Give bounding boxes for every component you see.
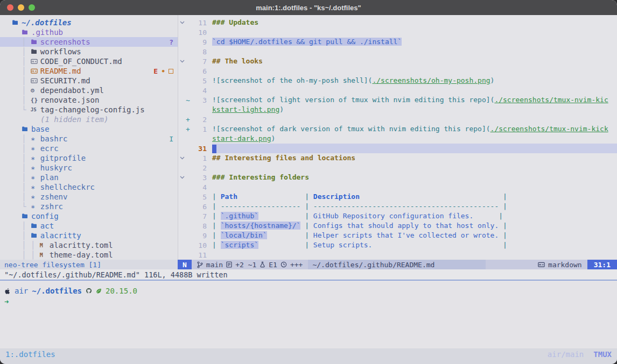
line-number: 11 bbox=[193, 19, 207, 27]
tmux-bottom-pane[interactable]: air~/.dotfiles20.15.0 ➜ bbox=[0, 280, 617, 348]
line-text: ![screenshot of the oh-my-posh shell](./… bbox=[212, 76, 617, 85]
tree-item-config[interactable]: config bbox=[0, 211, 178, 221]
editor-line[interactable]: 7## The looks bbox=[178, 56, 617, 66]
tree-item--dotfiles[interactable]: ~/.dotfiles bbox=[0, 18, 178, 27]
editor-line[interactable]: 11### Updates bbox=[178, 18, 617, 27]
tree-item-label: ecrc bbox=[40, 144, 59, 153]
fold-column[interactable] bbox=[178, 176, 186, 179]
tree-item-alacritty[interactable]: │ alacritty bbox=[0, 231, 178, 240]
tree-item-label: config bbox=[31, 212, 59, 220]
editor-line[interactable]: start-dark.png) bbox=[178, 134, 617, 144]
tree-item-label: zshrc bbox=[40, 202, 63, 211]
tmux-top-pane: ~/.dotfiles.github│ screenshots?│ workfl… bbox=[0, 15, 617, 260]
editor-line[interactable]: 31 bbox=[178, 144, 617, 153]
tree-item-tag-changelog-config-js[interactable]: └ JStag-changelog-config.js bbox=[0, 105, 178, 115]
line-text: | `scripts` | Setup scripts. | bbox=[212, 240, 617, 250]
tree-item-code-of-conduct-md[interactable]: │ CODE_OF_CONDUCT.md bbox=[0, 56, 178, 66]
tree-item-theme-day-toml[interactable]: │ │ Mtheme-day.toml bbox=[0, 250, 178, 260]
editor-buffer[interactable]: 11### Updates109`cd $HOME/.dotfiles && g… bbox=[178, 15, 617, 260]
editor-line[interactable]: 4 bbox=[178, 182, 617, 192]
editor-line[interactable]: +2 bbox=[178, 115, 617, 124]
line-number: 6 bbox=[193, 67, 207, 75]
fold-column[interactable] bbox=[178, 21, 186, 24]
file-icon bbox=[31, 68, 40, 74]
tree-item-security-md[interactable]: │ SECURITY.md bbox=[0, 76, 178, 85]
editor-line[interactable]: 11 bbox=[178, 250, 617, 260]
editor-line[interactable]: 7| `.github` | GitHub Repository configu… bbox=[178, 211, 617, 221]
sign-column: + bbox=[186, 116, 193, 124]
editor-line[interactable]: 5| Path | Description | bbox=[178, 192, 617, 202]
indent-guide: │ bbox=[22, 47, 31, 56]
status-strip: neo-tree filesystem [1] N main+2 ~1E1+++… bbox=[0, 260, 617, 269]
tree-item--1-hidden-item-[interactable]: (1 hidden item) bbox=[0, 115, 178, 124]
tree-item-bashrc[interactable]: │ ∗bashrcI bbox=[0, 134, 178, 144]
line-text: ### Updates bbox=[212, 18, 617, 27]
github-icon bbox=[86, 288, 92, 294]
tree-item-huskyrc[interactable]: │ ∗huskyrc bbox=[0, 163, 178, 173]
sign-column: ~ bbox=[186, 96, 193, 104]
tree-item-label: gitprofile bbox=[40, 154, 86, 162]
editor-line[interactable]: 10 bbox=[178, 27, 617, 37]
file-icon: {} bbox=[31, 97, 40, 104]
editor-line[interactable]: +1![screenshot of dark version of tmux w… bbox=[178, 124, 617, 134]
indent-guide: │ bbox=[22, 222, 31, 230]
modified-badge: • bbox=[161, 67, 165, 75]
editor-line[interactable]: 3### Interesting folders bbox=[178, 173, 617, 182]
prompt-host: air bbox=[15, 287, 28, 295]
tree-item-alacritty-toml[interactable]: │ │ Malacritty.toml bbox=[0, 240, 178, 250]
buffer-icon bbox=[226, 261, 232, 268]
file-icon: ∗ bbox=[31, 154, 40, 162]
file-icon: ∗ bbox=[31, 144, 40, 153]
tree-item-readme-md[interactable]: │ README.mdE• bbox=[0, 66, 178, 76]
editor-line[interactable]: 5![screenshot of the oh-my-posh shell](.… bbox=[178, 76, 617, 85]
editor-line[interactable]: 4 bbox=[178, 85, 617, 95]
line-number: 2 bbox=[193, 164, 207, 172]
editor-line[interactable]: 2 bbox=[178, 163, 617, 173]
editor-line[interactable]: 9`cd $HOME/.dotfiles && git pull && ./in… bbox=[178, 37, 617, 47]
tree-item-gitprofile[interactable]: │ ∗gitprofile bbox=[0, 153, 178, 163]
editor-line[interactable]: 10| `scripts` | Setup scripts. | bbox=[178, 240, 617, 250]
editor-line[interactable]: ~3![screenshot of light version of tmux … bbox=[178, 95, 617, 105]
tree-item-plan[interactable]: │ ∗plan bbox=[0, 173, 178, 182]
line-number: 8 bbox=[193, 222, 207, 230]
tree-item-workflows[interactable]: │ workflows bbox=[0, 47, 178, 56]
editor-line[interactable]: 6 bbox=[178, 66, 617, 76]
indent-guide: └ bbox=[22, 202, 31, 211]
editor-line[interactable]: 9| `local/bin` | Helper scripts that I'v… bbox=[178, 231, 617, 240]
fold-column[interactable] bbox=[178, 60, 186, 63]
filetype-label: markdown bbox=[548, 261, 582, 269]
indent-guide: │ bbox=[22, 67, 31, 75]
tree-item-zshrc[interactable]: └ ∗zshrc bbox=[0, 202, 178, 211]
editor-line[interactable]: 8 bbox=[178, 47, 617, 56]
tree-item-renovate-json[interactable]: │ {}renovate.json bbox=[0, 95, 178, 105]
tree-item--github[interactable]: .github bbox=[0, 27, 178, 37]
statusline: N main+2 ~1E1+++ ~/.dotfiles/.github/REA… bbox=[178, 260, 617, 269]
indent-guide: │ bbox=[22, 86, 31, 95]
tree-item-act[interactable]: │ act bbox=[0, 221, 178, 231]
line-number: 2 bbox=[193, 116, 207, 124]
tree-item-ecrc[interactable]: │ ∗ecrc bbox=[0, 144, 178, 153]
tree-item-dependabot-yml[interactable]: │ ⚙dependabot.yml bbox=[0, 85, 178, 95]
neo-tree-sidebar[interactable]: ~/.dotfiles.github│ screenshots?│ workfl… bbox=[0, 15, 178, 260]
tree-item-label: alacritty.toml bbox=[50, 241, 113, 249]
tree-item-screenshots[interactable]: │ screenshots? bbox=[0, 37, 178, 47]
tree-item-shellcheckrc[interactable]: │ ∗shellcheckrc bbox=[0, 182, 178, 192]
editor-line[interactable]: kstart-light.png) bbox=[178, 105, 617, 115]
line-text: | `.github` | GitHub Repository configur… bbox=[212, 211, 617, 221]
fold-column[interactable] bbox=[178, 156, 186, 160]
line-text: `cd $HOME/.dotfiles && git pull && ./ins… bbox=[212, 37, 617, 47]
vim-command-line[interactable]: "~/.dotfiles/.github/README.md" 116L, 44… bbox=[0, 269, 617, 280]
line-number: 4 bbox=[193, 87, 207, 95]
tree-item-zshenv[interactable]: │ ∗zshenv bbox=[0, 192, 178, 202]
line-text: | `hosts/{hostname}/` | Configs that sho… bbox=[212, 221, 617, 231]
title-bar: main:1:.dotfiles - "ks~/.dotfiles" bbox=[0, 0, 617, 15]
line-text: ![screenshot of light version of tmux wi… bbox=[212, 95, 617, 105]
tree-item-base[interactable]: base bbox=[0, 124, 178, 134]
editor-line[interactable]: 6| ------------------- | ---------------… bbox=[178, 202, 617, 211]
terminal-window: main:1:.dotfiles - "ks~/.dotfiles" ~/.do… bbox=[0, 0, 617, 364]
indent-guide: │ bbox=[22, 76, 31, 85]
editor-line[interactable]: 8| `hosts/{hostname}/` | Configs that sh… bbox=[178, 221, 617, 231]
tmux-window-tab[interactable]: 1:.dotfiles bbox=[5, 350, 55, 359]
editor-line[interactable]: 1## Interesting files and locations bbox=[178, 153, 617, 163]
line-text bbox=[212, 27, 617, 37]
